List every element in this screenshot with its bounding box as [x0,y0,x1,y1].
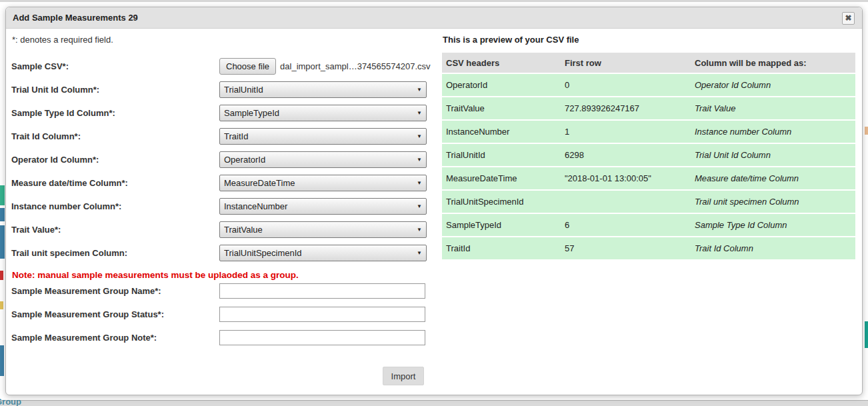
csv-header-cell: TraitValue [442,97,561,119]
operator-id-select[interactable]: OperatorId [219,151,427,168]
measure-datetime-label: Measure date/time Column*: [11,178,219,188]
csv-header-cell: OperatorId [442,74,561,96]
table-row: TrialUnitId 6298 Trial Unit Id Column [442,144,855,166]
trial-unit-specimen-label: Trail unit specimen Column: [11,248,219,258]
mapped-as-cell: Measure date/time Column [691,167,855,189]
first-row-cell: 57 [561,237,691,259]
background-partial-text: Group [0,397,21,406]
sample-type-id-select[interactable]: SampleTypeId [219,105,427,121]
dialog-body: *: denotes a required field. Sample CSV*… [6,29,862,395]
table-row: SampleTypeId 6 Sample Type Id Column [442,214,855,236]
table-row: TrialUnitSpecimenId Trail unit specimen … [442,191,855,213]
import-button[interactable]: Import [383,367,424,385]
column-header-csv-headers: CSV headers [442,53,561,73]
add-sample-measurements-dialog: Add Sample Measurements 29 ✖ *: denotes … [5,7,863,395]
first-row-cell: 727.893926247167 [561,97,691,119]
trial-unit-id-select[interactable]: TrialUnitId [219,81,427,98]
mapped-as-cell: Instance number Column [691,121,855,143]
trial-unit-id-label: Trial Unit Id Column*: [11,85,219,95]
trial-unit-specimen-select[interactable]: TrialUnitSpecimenId [219,245,427,261]
mapped-as-cell: Trial Unit Id Column [691,144,855,166]
background-fragment [0,225,5,259]
close-icon: ✖ [845,13,851,23]
group-note-row: Sample Measurement Group Note*: [11,329,434,345]
first-row-cell: 0 [561,74,691,96]
background-fragment [0,208,5,221]
measure-datetime-select[interactable]: MeasureDateTime [219,175,427,191]
column-header-first-row: First row [561,53,691,73]
table-row: MeasureDateTime "2018-01-01 13:00:05" Me… [442,167,855,189]
trial-unit-specimen-row: Trail unit specimen Column: TrialUnitSpe… [11,245,434,261]
first-row-cell: 6 [561,214,691,236]
operator-id-row: Operator Id Column*: OperatorId▼ [11,151,434,168]
group-note-input[interactable] [219,330,425,345]
background-fragment [0,271,3,280]
background-bottom-bar [0,400,868,406]
mapped-as-cell: Operator Id Column [691,74,855,96]
group-status-label: Sample Measurement Group Status*: [11,309,219,319]
background-fragment [0,185,5,205]
table-row: InstanceNumber 1 Instance number Column [442,121,855,143]
first-row-cell [561,191,691,213]
instance-number-select[interactable]: InstanceNumber [219,198,427,215]
mapped-as-cell: Sample Type Id Column [691,214,855,236]
group-status-input[interactable] [219,307,425,322]
mapped-as-cell: Trait Value [691,97,855,119]
sample-csv-label: Sample CSV*: [11,61,219,71]
dialog-title-bar: Add Sample Measurements 29 ✖ [6,7,862,29]
csv-header-cell: SampleTypeId [442,214,561,236]
chosen-file-name: dal_import_sampl…374565574207.csv [280,61,430,71]
operator-id-label: Operator Id Column*: [11,155,219,165]
trait-id-select[interactable]: TraitId [219,128,427,145]
trait-id-label: Trait Id Column*: [11,131,219,141]
sample-csv-row: Sample CSV*: Choose file dal_import_samp… [11,58,434,75]
group-name-input[interactable] [219,283,425,299]
csv-preview-panel: This is a preview of your CSV file CSV h… [442,35,856,261]
group-note-label: Sample Measurement Group Note*: [11,333,219,343]
background-fragment [865,321,868,348]
table-row: TraitId 57 Trait Id Column [442,237,855,259]
instance-number-row: Instance number Column*: InstanceNumber▼ [11,198,434,215]
trait-value-select[interactable]: TraitValue [219,221,427,238]
column-header-mapped-as: Column will be mapped as: [691,53,855,73]
background-fragment [0,345,4,376]
trait-id-row: Trait Id Column*: TraitId▼ [11,128,434,145]
mapped-as-cell: Trail unit specimen Column [691,191,855,213]
close-button[interactable]: ✖ [842,12,855,25]
csv-header-cell: TraitId [442,237,561,259]
first-row-cell: 6298 [561,144,691,166]
csv-preview-table: CSV headers First row Column will be map… [442,51,855,261]
required-field-note: *: denotes a required field. [12,35,434,45]
csv-header-cell: TrialUnitSpecimenId [442,191,561,213]
dialog-title: Add Sample Measurements 29 [13,13,138,23]
first-row-cell: "2018-01-01 13:00:05" [561,167,691,189]
group-name-label: Sample Measurement Group Name*: [11,286,219,296]
trial-unit-id-row: Trial Unit Id Column*: TrialUnitId▼ [11,81,434,98]
table-header-row: CSV headers First row Column will be map… [442,53,855,73]
csv-header-cell: InstanceNumber [442,121,561,143]
csv-header-cell: MeasureDateTime [442,167,561,189]
csv-header-cell: TrialUnitId [442,144,561,166]
background-top-line [0,0,868,2]
group-upload-note: Note: manual sample measurements must be… [12,270,434,280]
first-row-cell: 1 [561,121,691,143]
background-fragment [865,127,868,135]
measure-datetime-row: Measure date/time Column*: MeasureDateTi… [11,175,434,191]
import-row: Import [11,367,434,385]
background-fragment [0,301,3,309]
table-row: TraitValue 727.893926247167 Trait Value [442,97,855,119]
group-status-row: Sample Measurement Group Status*: [11,306,434,322]
group-name-row: Sample Measurement Group Name*: [11,283,434,299]
trait-value-row: Trait Value*: TraitValue▼ [11,221,434,238]
table-row: OperatorId 0 Operator Id Column [442,74,855,96]
sample-type-id-row: Sample Type Id Column*: SampleTypeId▼ [11,105,434,121]
choose-file-button[interactable]: Choose file [219,58,276,75]
csv-preview-heading: This is a preview of your CSV file [443,35,856,45]
instance-number-label: Instance number Column*: [11,201,219,211]
sample-type-id-label: Sample Type Id Column*: [11,108,219,118]
trait-value-label: Trait Value*: [11,225,219,235]
form-column: *: denotes a required field. Sample CSV*… [11,35,434,385]
mapped-as-cell: Trait Id Column [691,237,855,259]
